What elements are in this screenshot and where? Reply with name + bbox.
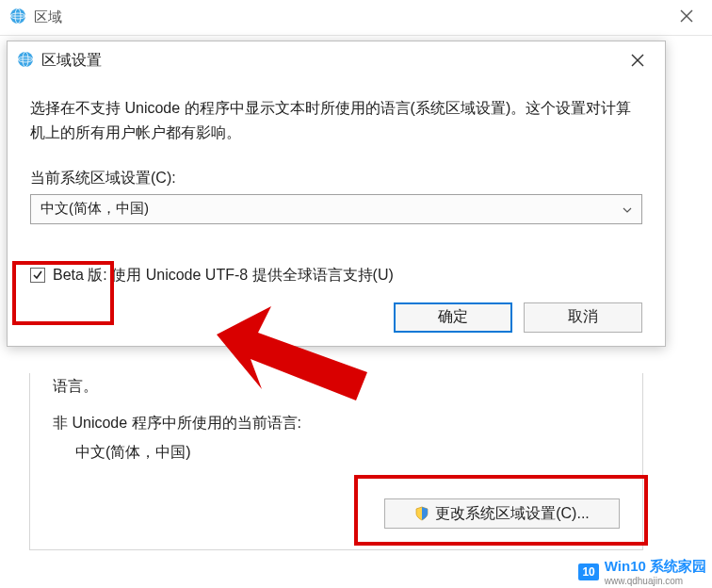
watermark-url: www.qdhuajin.com — [605, 576, 706, 586]
globe-icon — [17, 51, 34, 71]
dialog-title: 区域设置 — [41, 51, 616, 71]
dialog-description: 选择在不支持 Unicode 的程序中显示文本时所使用的语言(系统区域设置)。这… — [30, 96, 642, 146]
globe-icon — [9, 8, 26, 27]
locale-select-value: 中文(简体，中国) — [40, 200, 623, 218]
beta-utf8-checkbox[interactable] — [30, 268, 45, 283]
locale-select[interactable]: 中文(简体，中国) — [30, 194, 642, 224]
change-locale-button-label: 更改系统区域设置(C)... — [435, 504, 590, 524]
back-current-language: 中文(简体，中国) — [75, 443, 620, 463]
close-icon — [680, 9, 693, 23]
locale-label: 当前系统区域设置(C): — [30, 169, 642, 188]
chevron-down-icon — [623, 203, 632, 216]
beta-utf8-label: Beta 版: 使用 Unicode UTF-8 提供全球语言支持(U) — [53, 266, 394, 286]
back-text-fragment: 语言。 — [53, 377, 620, 397]
check-icon — [32, 270, 43, 281]
ok-button[interactable]: 确定 — [394, 302, 512, 333]
parent-window-title: 区域 — [34, 8, 665, 26]
watermark: 10 Win10 系统家园 www.qdhuajin.com — [578, 558, 706, 586]
back-section-label: 非 Unicode 程序中所使用的当前语言: — [53, 414, 620, 433]
parent-close-button[interactable] — [665, 8, 708, 27]
region-settings-dialog: 区域设置 选择在不支持 Unicode 的程序中显示文本时所使用的语言(系统区域… — [7, 41, 666, 347]
watermark-brand: Win10 系统家园 — [605, 558, 706, 576]
ok-button-label: 确定 — [438, 307, 468, 327]
change-locale-button[interactable]: 更改系统区域设置(C)... — [384, 498, 620, 529]
watermark-badge: 10 — [578, 564, 598, 580]
parent-window-titlebar: 区域 — [0, 0, 712, 36]
beta-utf8-checkbox-row[interactable]: Beta 版: 使用 Unicode UTF-8 提供全球语言支持(U) — [30, 266, 642, 286]
cancel-button-label: 取消 — [568, 307, 598, 327]
cancel-button[interactable]: 取消 — [524, 302, 642, 333]
close-icon — [631, 54, 644, 67]
shield-icon — [414, 506, 429, 521]
back-window-content: 语言。 非 Unicode 程序中所使用的当前语言: 中文(简体，中国) 更改系… — [7, 373, 666, 550]
dialog-close-button[interactable] — [616, 50, 659, 72]
dialog-titlebar: 区域设置 — [8, 41, 665, 79]
